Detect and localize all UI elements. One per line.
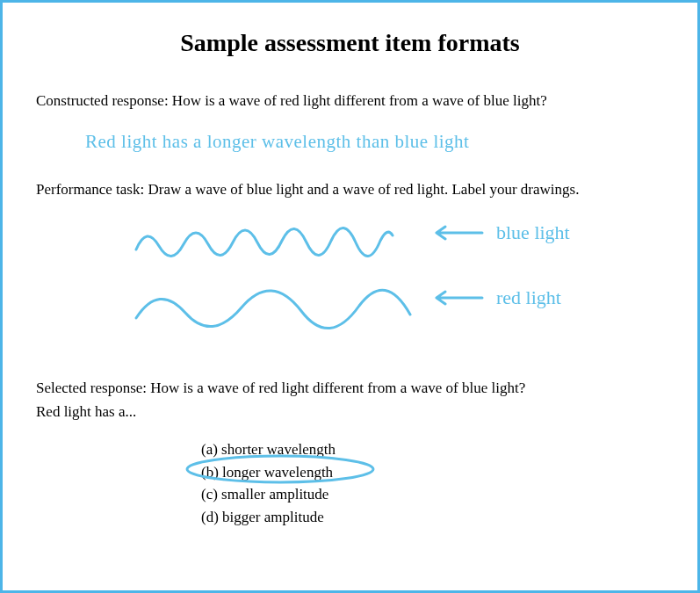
selected-prompt-line1: Selected response: How is a wave of red …: [36, 378, 664, 399]
selected-response-section: Selected response: How is a wave of red …: [36, 378, 664, 529]
wave-icon: [133, 220, 396, 260]
red-light-wave: [133, 279, 414, 332]
constructed-response-section: Constructed response: How is a wave of r…: [36, 90, 664, 153]
handwritten-answer: Red light has a longer wavelength than b…: [85, 131, 664, 153]
wave-icon: [133, 279, 414, 332]
document-frame: Sample assessment item formats Construct…: [0, 0, 700, 593]
option-d: (d) bigger amplitude: [201, 506, 664, 529]
selected-prompt-line2: Red light has a...: [36, 401, 664, 423]
page-title: Sample assessment item formats: [36, 29, 664, 57]
red-light-label: red light: [496, 286, 561, 309]
constructed-prompt: Constructed response: How is a wave of r…: [36, 90, 664, 112]
arrow-left-icon: [431, 223, 484, 242]
options-list: (a) shorter wavelength (b) longer wavele…: [201, 438, 664, 528]
blue-light-label: blue light: [496, 221, 570, 244]
blue-light-label-group: blue light: [431, 221, 570, 244]
option-c: (c) smaller amplitude: [201, 483, 664, 506]
blue-light-wave: [133, 220, 396, 260]
option-b: (b) longer wavelength: [201, 461, 664, 484]
performance-prompt: Performance task: Draw a wave of blue li…: [36, 179, 664, 200]
performance-task-section: Performance task: Draw a wave of blue li…: [36, 179, 664, 353]
drawing-area: blue light red light: [36, 213, 664, 353]
arrow-left-icon: [431, 288, 484, 307]
red-light-label-group: red light: [431, 286, 561, 309]
option-a: (a) shorter wavelength: [201, 438, 664, 461]
